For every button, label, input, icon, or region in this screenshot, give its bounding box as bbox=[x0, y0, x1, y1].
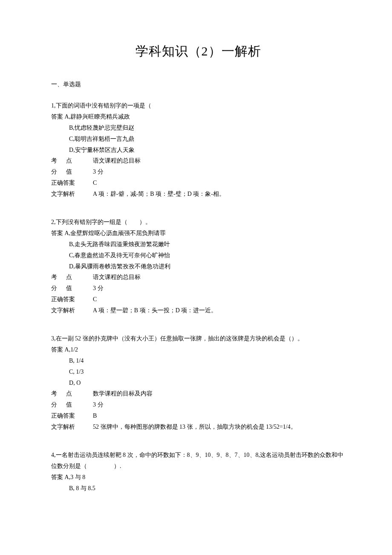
option-c: C, 1/3 bbox=[51, 366, 345, 378]
question-block: 2,下列没有错别字的一组是（ ）。 答案 A,金壁辉煌呕心沥血顽强不屈负荆请罪 … bbox=[51, 217, 345, 316]
option-b: B,走头无路香味四溢秉烛夜游繁花嫩叶 bbox=[51, 239, 345, 250]
meta-fenzhi: 分 值3 分 bbox=[51, 166, 345, 177]
option-d: D,暴风骤雨卷帙浩繁孜孜不倦急功进利 bbox=[51, 261, 345, 272]
meta-kaodian: 考 点语文课程的总目标 bbox=[51, 155, 345, 166]
meta-kaodian: 考 点数学课程的目标及内容 bbox=[51, 388, 345, 399]
question-block: 3,在一副 52 张的扑克牌中（没有大小王）任意抽取一张牌，抽出的这张牌是方块的… bbox=[51, 333, 345, 433]
question-stem: 4,一名射击运动员连续射靶 8 次，命中的环数如下：8、9、10、9、8、7、1… bbox=[51, 450, 345, 472]
question-block: 1,下面的词语中没有错别字的一项是（ 答案 A,辟静兴旺瞭亮精兵减政 B,忧虑轻… bbox=[51, 100, 345, 200]
meta-fenzhi: 分 值3 分 bbox=[51, 283, 345, 294]
option-a: 答案 A,1/2 bbox=[51, 344, 345, 355]
question-stem: 1,下面的词语中没有错别字的一项是（ bbox=[51, 100, 345, 111]
meta-answer: 正确答案C bbox=[51, 294, 345, 305]
meta-kaodian: 考 点语文课程的总目标 bbox=[51, 272, 345, 283]
option-b: B,忧虑轻蔑妒忌完壁归赵 bbox=[51, 122, 345, 134]
option-a: 答案 A,金壁辉煌呕心沥血顽强不屈负荆请罪 bbox=[51, 228, 345, 239]
meta-analysis: 文字解析52 张牌中，每种图形的牌数都是 13 张，所以，抽取方块的机会是 13… bbox=[51, 421, 345, 433]
meta-fenzhi: 分 值3 分 bbox=[51, 399, 345, 410]
document-title: 学科知识（2）一解析 bbox=[51, 43, 345, 60]
meta-analysis: 文字解析A 项：壁一碧；B 项：头一投；D 项：进一近。 bbox=[51, 305, 345, 316]
option-a: 答案 A,辟静兴旺瞭亮精兵减政 bbox=[51, 111, 345, 122]
option-b: B, 8 与 8.5 bbox=[51, 483, 345, 494]
question-stem: 3,在一副 52 张的扑克牌中（没有大小王）任意抽取一张牌，抽出的这张牌是方块的… bbox=[51, 333, 345, 344]
option-d: D, O bbox=[51, 378, 345, 389]
document-page: 学科知识（2）一解析 一、单选题 1,下面的词语中没有错别字的一项是（ 答案 A… bbox=[0, 0, 392, 537]
section-header: 一、单选题 bbox=[51, 81, 345, 88]
option-c: C,聪明吉祥魁梧一言九鼎 bbox=[51, 134, 345, 145]
meta-answer: 正确答案B bbox=[51, 410, 345, 421]
meta-answer: 正确答案C bbox=[51, 177, 345, 189]
question-block: 4,一名射击运动员连续射靶 8 次，命中的环数如下：8、9、10、9、8、7、1… bbox=[51, 450, 345, 494]
meta-analysis: 文字解析A 项：辟-僻，减-简；B 项：壁-璧；D 项：象-相。 bbox=[51, 189, 345, 200]
option-d: D,安宁量杯禁区吉人天象 bbox=[51, 145, 345, 156]
option-c: C,春意盎然迫不及待无可奈何心旷神怡 bbox=[51, 250, 345, 261]
option-a: 答案 A,3 与 8 bbox=[51, 472, 345, 483]
option-b: B, 1/4 bbox=[51, 355, 345, 366]
question-stem: 2,下列没有错别字的一组是（ ）。 bbox=[51, 217, 345, 228]
